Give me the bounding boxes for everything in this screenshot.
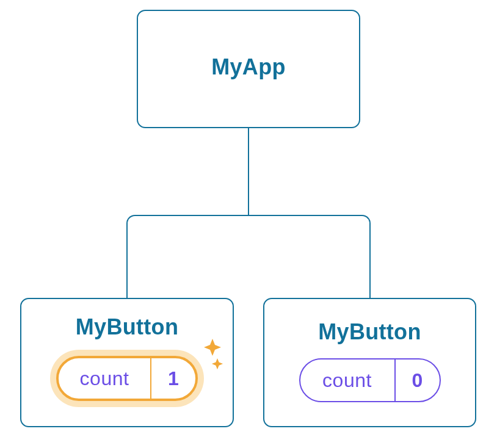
tree-connector-stem <box>248 128 249 215</box>
state-pill-left: count 1 <box>56 356 198 401</box>
state-pill-right-wrap: count 0 <box>299 345 441 402</box>
state-pill-right: count 0 <box>299 358 441 402</box>
node-root: MyApp <box>137 10 360 128</box>
state-key-left: count <box>59 358 150 399</box>
sparkle-icon <box>186 336 225 375</box>
state-key-right: count <box>300 359 394 401</box>
state-value-right: 0 <box>394 359 440 401</box>
tree-connector-bracket <box>126 215 371 298</box>
node-right-label: MyButton <box>318 319 421 345</box>
component-tree-diagram: MyApp MyButton count 1 MyButton count 0 <box>0 0 497 448</box>
state-pill-left-highlight: count 1 <box>50 350 204 407</box>
node-left: MyButton count 1 <box>20 298 234 427</box>
node-root-label: MyApp <box>211 54 286 80</box>
node-left-label: MyButton <box>76 314 178 340</box>
node-right: MyButton count 0 <box>263 298 476 427</box>
